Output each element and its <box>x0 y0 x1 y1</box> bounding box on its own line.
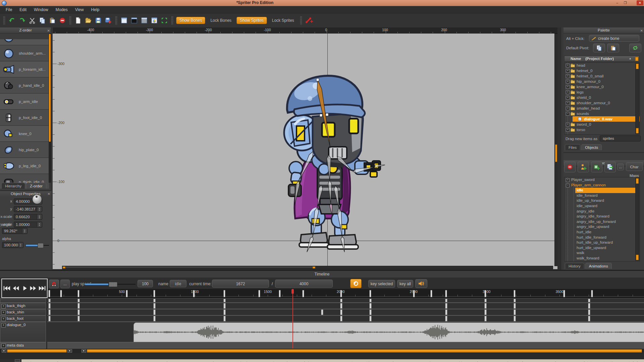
timeline-scrollbar-handle[interactable] <box>87 349 642 353</box>
zorder-item-p_foot_idle_0[interactable]: p_foot_idle_0 <box>0 110 49 126</box>
tab-animations[interactable]: Animations <box>585 263 612 269</box>
keyframe-marker[interactable] <box>591 290 593 297</box>
animation-item-hurt_idle[interactable]: hurt_idle <box>565 230 640 235</box>
track-keyframe[interactable] <box>369 303 372 309</box>
toolbar-drag-handle[interactable] <box>171 16 173 25</box>
palette-item-shield_0[interactable]: +shield_0 <box>565 95 640 100</box>
zorder-item-hip_plate_0[interactable]: hip_plate_0 <box>0 142 49 158</box>
track-row-partial[interactable] <box>47 298 644 303</box>
track-name-back_thigh[interactable]: +back_thigh <box>0 303 46 309</box>
track-keyframe[interactable] <box>48 303 51 309</box>
keyframe-marker[interactable] <box>563 290 565 297</box>
animation-item-Player_sword[interactable]: +Player_sword <box>565 177 640 183</box>
toolbar-drag-handle[interactable] <box>3 16 5 25</box>
expand-icon[interactable]: + <box>566 69 570 73</box>
track-keyframe[interactable] <box>514 299 516 302</box>
animation-item-walk_forward[interactable]: walk_forward <box>565 256 640 261</box>
toggle-show-sprites[interactable]: Show Sprites <box>236 17 267 24</box>
key-selected-button[interactable]: key selected <box>368 280 395 288</box>
open-folder-icon[interactable] <box>83 16 93 25</box>
zorder-close-icon[interactable]: ✕ <box>47 28 50 34</box>
animation-item-walk[interactable]: walk <box>565 250 640 256</box>
property-field-x-scale[interactable]: 0.66620▲▼ <box>14 214 42 220</box>
palette-item-sword_0[interactable]: +sword_0 <box>565 122 640 127</box>
palette-item-sounds[interactable]: −sounds <box>565 111 640 116</box>
animation-more-button[interactable]: ... <box>617 164 624 170</box>
keyframe-marker[interactable] <box>302 290 304 297</box>
undo-icon[interactable] <box>7 16 17 25</box>
bone-handle[interactable] <box>320 114 322 117</box>
new-file-icon[interactable] <box>73 16 83 25</box>
timeline-scroll-left[interactable] <box>82 349 86 353</box>
track-keyframe[interactable] <box>340 309 342 315</box>
pivot-paste-button[interactable] <box>607 44 619 52</box>
play-button[interactable] <box>21 285 28 292</box>
track-keyframe[interactable] <box>369 299 372 302</box>
spinner-y-scale[interactable]: ▲▼ <box>37 222 42 227</box>
bone-tool-icon[interactable] <box>304 16 314 25</box>
loop-playback-button[interactable] <box>350 279 362 288</box>
copy-icon[interactable] <box>37 16 47 25</box>
track-keyframe[interactable] <box>445 303 447 309</box>
titlebar[interactable]: *Spriter Pro Edition – ❐ ✕ <box>0 0 644 6</box>
minimize-button[interactable]: – <box>614 0 621 5</box>
animation-item-angry_idle_forward[interactable]: angry_idle_forward <box>565 214 640 219</box>
spinner-x-scale[interactable]: ▲▼ <box>37 215 42 219</box>
track-keyframe[interactable] <box>588 309 590 315</box>
expand-icon[interactable]: + <box>1 310 6 315</box>
keyframe-marker[interactable] <box>514 290 516 297</box>
play-speed-value[interactable]: 100 <box>138 280 153 287</box>
expand-icon[interactable]: + <box>566 74 570 78</box>
menu-window[interactable]: Window <box>30 7 52 12</box>
fast-forward-button[interactable] <box>29 285 37 292</box>
pivot-refresh-button[interactable] <box>629 44 641 52</box>
track-keyframe[interactable] <box>588 303 590 309</box>
animation-item-idle_upward[interactable]: idle_upward <box>565 203 640 209</box>
track-keyframe[interactable] <box>321 309 323 315</box>
create-bone-button[interactable]: create bone <box>589 35 639 42</box>
property-field-y[interactable]: -140.38127▲▼ <box>14 206 42 212</box>
track-keyframe[interactable] <box>77 299 80 302</box>
track-name-back_shin[interactable]: +back_shin <box>0 309 46 315</box>
track-keyframe[interactable] <box>153 309 156 315</box>
track-keyframe[interactable] <box>223 309 226 315</box>
track-keyframe[interactable] <box>514 309 516 315</box>
audio-overview-strip[interactable] <box>21 359 644 362</box>
track-row-meta data[interactable] <box>47 342 644 349</box>
bone-handle[interactable] <box>316 78 319 81</box>
properties-close-icon[interactable]: ✕ <box>48 191 50 197</box>
animation-item-hurt_idle_forward[interactable]: hurt_idle_forward <box>565 235 640 240</box>
fit-view-icon[interactable] <box>159 16 169 25</box>
timeline-ruler[interactable]: 500100015002000250030003500 <box>47 289 644 298</box>
keyframe-marker[interactable] <box>223 290 225 297</box>
zorder-item-p_forearm_idl[interactable]: p_forearm_idl... <box>0 61 49 77</box>
palette-item-legs[interactable]: +legs <box>565 89 640 95</box>
timeline-more-button[interactable]: ... <box>60 280 70 288</box>
animation-item-Player_arm_cannon[interactable]: −Player_arm_cannon <box>565 183 640 188</box>
track-row-back_shin[interactable] <box>47 309 644 315</box>
keyframe-marker[interactable] <box>48 290 50 297</box>
alpha-field[interactable]: 100.000% ▲▼ <box>2 242 23 248</box>
menu-edit[interactable]: Edit <box>16 7 30 12</box>
palette-item-dialogue_0-wav[interactable]: ♪dialogue_0.wav <box>565 116 640 122</box>
track-row-back_thigh[interactable] <box>47 303 644 309</box>
key-all-button[interactable]: key all <box>397 280 413 288</box>
track-keyframe[interactable] <box>588 316 590 321</box>
rewind-button[interactable] <box>12 285 20 292</box>
palette-item-torso[interactable]: +torso <box>565 127 640 132</box>
keyframe-marker[interactable] <box>60 290 62 297</box>
zorder-scrollbar[interactable] <box>49 33 51 183</box>
track-keyframe[interactable] <box>588 299 590 302</box>
window-color-icon[interactable] <box>149 16 159 25</box>
track-keyframe[interactable] <box>445 316 447 321</box>
track-keyframe[interactable] <box>340 299 342 302</box>
animation-item-hurt_idle_up_forward[interactable]: hurt_idle_up_forward <box>565 240 640 245</box>
play-speed-track[interactable] <box>85 283 109 286</box>
toggle-lock-bones[interactable]: Lock Bones <box>207 17 234 24</box>
expand-icon[interactable]: + <box>566 123 570 126</box>
track-keyframe[interactable] <box>223 299 226 302</box>
window-light-icon[interactable] <box>119 16 129 25</box>
toolbar-drag-handle[interactable] <box>115 16 117 25</box>
track-keyframe[interactable] <box>48 316 51 321</box>
skip-start-button[interactable] <box>3 285 11 292</box>
